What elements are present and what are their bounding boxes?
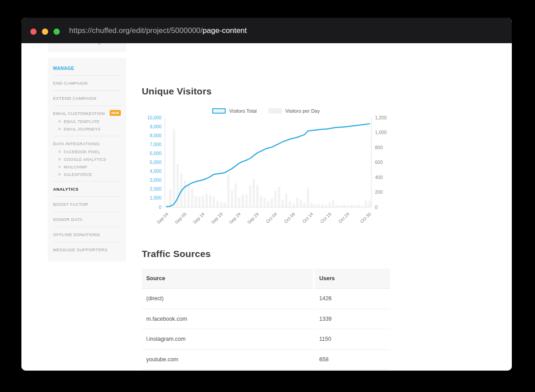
daily-visitors-bar	[231, 190, 233, 208]
sidebar-subitem-email-template[interactable]: EMAIL TEMPLATE	[53, 118, 121, 125]
legend-label: Visitors per Day	[285, 108, 320, 114]
daily-visitors-bar	[216, 201, 218, 207]
daily-visitors-bar	[336, 205, 338, 207]
x-axis-tick-label: Sep 09	[174, 211, 187, 225]
url-bar[interactable]: https://chuffed.org/edit/project/5000000…	[69, 18, 247, 43]
sidebar-group: EXTEND CAMPAIGN	[53, 91, 121, 106]
daily-visitors-bar	[358, 205, 360, 207]
legend-item-visitors-per-day[interactable]: Visitors per Day	[268, 108, 320, 114]
sidebar-group: DATA INTEGRATIONS:FACEBOOK PIXELGOOGLE A…	[53, 136, 121, 182]
sidebar-item-end-campaign[interactable]: END CAMPAIGN	[53, 79, 121, 87]
users-cell: 1339	[315, 309, 390, 330]
right-axis-tick-label: 1,200	[375, 115, 387, 120]
browser-chrome: https://chuffed.org/edit/project/5000000…	[21, 18, 512, 43]
table-row: youtube.com658	[142, 350, 390, 370]
daily-visitors-bar	[224, 203, 226, 207]
traffic-sources-table: Source Users (direct)1426m.facebook.com1…	[142, 269, 390, 370]
table-row: l.instagram.com1150	[142, 329, 390, 350]
minimize-window-button[interactable]	[42, 29, 48, 35]
right-axis-tick-label: 0	[375, 204, 378, 210]
sidebar-item-email-customization[interactable]: EMAIL CUSTOMIZATIONNEW	[53, 109, 121, 118]
daily-visitors-bar	[249, 185, 251, 207]
visitors-per-day-swatch-icon	[268, 108, 282, 114]
sidebar-subitem-mailchimp[interactable]: MAILCHIMP	[53, 163, 121, 171]
close-window-button[interactable]	[30, 29, 37, 35]
daily-visitors-bar	[271, 199, 273, 207]
sidebar-subitem-google-analytics[interactable]: GOOGLE ANALYTICS	[53, 155, 121, 163]
sidebar-group: END CAMPAIGN	[53, 76, 121, 91]
daily-visitors-bar	[274, 191, 276, 207]
daily-visitors-bar	[325, 205, 327, 207]
sidebar-item-offline-donations[interactable]: OFFLINE DONATIONS	[53, 230, 121, 239]
left-axis-tick-label: 2,000	[150, 186, 161, 192]
left-axis-tick-label: 6,000	[150, 151, 161, 156]
bullet-icon	[58, 120, 61, 122]
left-axis-tick-label: 3,000	[150, 177, 161, 183]
visitors-total-line	[167, 124, 370, 207]
daily-visitors-bar	[242, 195, 244, 208]
sidebar-menu: MANAGE END CAMPAIGNEXTEND CAMPAIGNEMAIL …	[48, 58, 126, 261]
daily-visitors-bar	[263, 198, 266, 207]
sidebar-group: OFFLINE DONATIONS	[53, 227, 121, 242]
sidebar-group: EMAIL CUSTOMIZATIONNEWEMAIL TEMPLATEEMAI…	[53, 106, 121, 136]
left-axis-tick-label: 9,000	[150, 124, 161, 129]
daily-visitors-bar	[314, 204, 317, 207]
left-axis-tick-label: 1,000	[150, 195, 161, 200]
daily-visitors-bar	[289, 201, 291, 207]
daily-visitors-bar	[235, 183, 237, 207]
x-axis-tick-label: Sep 04	[156, 211, 169, 225]
sidebar-group: ANALYTICS	[53, 182, 121, 197]
daily-visitors-bar	[245, 195, 247, 208]
chart-legend: Visitors Total Visitors per Day	[142, 108, 390, 114]
sidebar-group: DONOR DATA	[53, 212, 121, 227]
sidebar-item-boost-factor[interactable]: BOOST FACTOR	[53, 200, 121, 208]
visitors-chart: 01,0002,0003,0004,0005,0006,0007,0008,00…	[142, 114, 390, 232]
sidebar-subitem-salesforce[interactable]: SALESFORCE	[53, 171, 121, 178]
source-cell: (direct)	[142, 289, 313, 309]
column-header-source: Source	[142, 269, 313, 289]
sidebar-item-analytics[interactable]: ANALYTICS	[53, 185, 121, 193]
x-axis-tick-label: Oct 19	[319, 211, 332, 224]
daily-visitors-bar	[296, 198, 298, 207]
daily-visitors-bar	[238, 197, 240, 207]
right-axis-tick-label: 400	[375, 175, 383, 180]
daily-visitors-bar	[321, 204, 324, 207]
sidebar-item-donor-data[interactable]: DONOR DATA	[53, 215, 121, 224]
daily-visitors-bar	[267, 201, 269, 207]
sidebar-item-data-integrations[interactable]: DATA INTEGRATIONS:	[53, 139, 121, 148]
traffic-sources-heading: Traffic Sources	[142, 249, 211, 259]
left-axis-tick-label: 7,000	[150, 142, 161, 147]
daily-visitors-bar	[220, 203, 222, 207]
right-axis-tick-label: 200	[375, 189, 383, 195]
x-axis-tick-label: Oct 30	[359, 211, 372, 224]
legend-item-visitors-total[interactable]: Visitors Total	[212, 108, 257, 114]
x-axis-tick-label: Oct 14	[301, 211, 314, 224]
daily-visitors-bar	[206, 194, 208, 207]
table-row: m.facebook.com1339	[142, 309, 390, 330]
legend-label: Visitors Total	[229, 108, 257, 114]
maximize-window-button[interactable]	[54, 29, 60, 35]
desktop-background: https://chuffed.org/edit/project/5000000…	[0, 0, 535, 392]
x-axis-tick-label: Sep 29	[246, 211, 259, 225]
sidebar-subitem-facebook-pixel[interactable]: FACEBOOK PIXEL	[53, 148, 121, 155]
source-cell: youtube.com	[142, 350, 313, 370]
table-header-row: Source Users	[142, 269, 390, 289]
daily-visitors-bar	[285, 194, 288, 207]
x-axis-tick-label: Sep 24	[228, 211, 242, 225]
sidebar-group: MESSAGE SUPPORTERS	[53, 242, 121, 257]
daily-visitors-bar	[202, 196, 204, 207]
sidebar-section-manage: MANAGE	[53, 63, 121, 76]
sidebar-item-message-supporters[interactable]: MESSAGE SUPPORTERS	[53, 245, 121, 254]
daily-visitors-bar	[209, 195, 211, 207]
table-row: (direct)1426	[142, 289, 390, 309]
daily-visitors-bar	[311, 203, 313, 207]
daily-visitors-bar	[329, 203, 331, 207]
left-axis-tick-label: 10,000	[147, 115, 161, 120]
table-body: (direct)1426m.facebook.com1339l.instagra…	[142, 289, 390, 370]
x-axis-tick-label: Oct 09	[283, 211, 296, 224]
daily-visitors-bar	[213, 196, 215, 207]
sidebar-item-extend-campaign[interactable]: EXTEND CAMPAIGN	[53, 94, 121, 102]
sidebar-subitem-email-journeys[interactable]: EMAIL JOURNEYS	[53, 125, 121, 133]
daily-visitors-bar	[278, 187, 280, 207]
users-cell: 1150	[315, 329, 390, 350]
